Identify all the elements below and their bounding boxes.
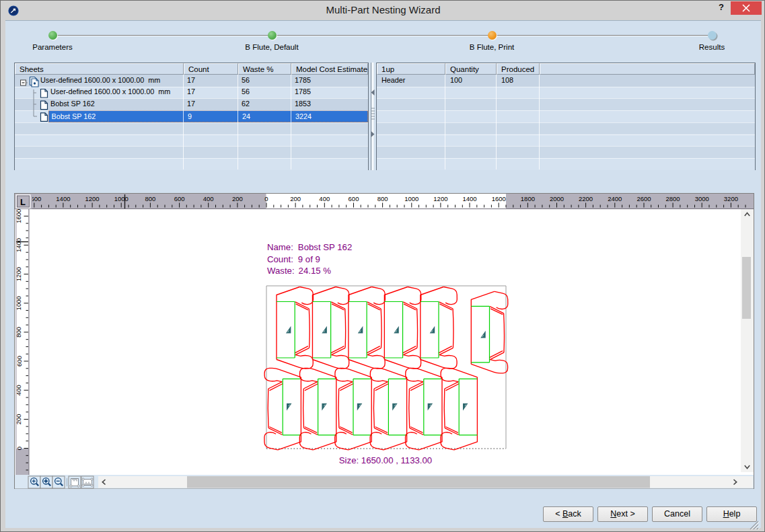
svg-text:0: 0 [264, 195, 268, 202]
svg-text:1200: 1200 [85, 195, 100, 202]
svg-text:400: 400 [15, 385, 23, 395]
svg-text:200: 200 [232, 195, 243, 202]
svg-text:800: 800 [377, 195, 388, 202]
svg-text:1600: 1600 [15, 209, 23, 223]
svg-text:1800: 1800 [521, 195, 535, 202]
svg-text:200: 200 [290, 195, 301, 202]
svg-text:1400: 1400 [56, 195, 70, 202]
svg-text:1200: 1200 [433, 195, 447, 202]
svg-text:800: 800 [145, 195, 155, 202]
svg-text:3200: 3200 [724, 195, 738, 202]
svg-text:400: 400 [319, 195, 330, 202]
svg-text:2200: 2200 [579, 195, 593, 202]
svg-text:1600: 1600 [492, 195, 506, 202]
svg-text:1000: 1000 [15, 296, 23, 310]
svg-text:1400: 1400 [15, 238, 23, 252]
svg-text:1000: 1000 [404, 195, 418, 202]
svg-text:200: 200 [15, 414, 23, 424]
svg-text:2800: 2800 [666, 195, 680, 202]
svg-text:600: 600 [349, 195, 359, 202]
svg-text:1000: 1000 [114, 195, 129, 202]
svg-text:2600: 2600 [636, 195, 651, 202]
svg-text:1400: 1400 [462, 195, 476, 202]
svg-text:3000: 3000 [695, 195, 709, 202]
svg-text:800: 800 [15, 327, 23, 338]
svg-text:Waste:24.15 %: Waste:24.15 % [267, 266, 331, 276]
svg-text:Size: 1650.00 , 1133.00: Size: 1650.00 , 1133.00 [339, 455, 432, 465]
svg-text:L: L [20, 197, 26, 207]
svg-text:0: 0 [15, 447, 23, 450]
svg-text:600: 600 [174, 195, 185, 202]
svg-text:400: 400 [203, 195, 214, 202]
svg-text:2400: 2400 [608, 195, 622, 202]
svg-text:600: 600 [15, 356, 23, 367]
svg-text:2000: 2000 [550, 195, 564, 202]
svg-text:1200: 1200 [15, 267, 23, 281]
svg-text:Name:Bobst SP 162: Name:Bobst SP 162 [267, 242, 352, 252]
